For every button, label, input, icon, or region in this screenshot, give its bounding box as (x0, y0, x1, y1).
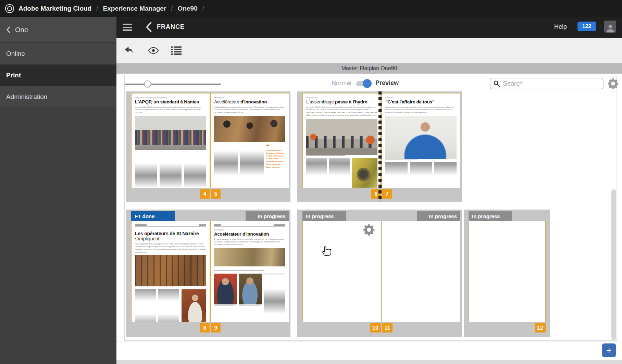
page-header-rule (135, 224, 206, 227)
sidebar-item-online[interactable]: Online (0, 43, 116, 65)
headline-bold: passe à l'hydro (335, 99, 368, 104)
status-badge-ft-done: FT done (131, 211, 175, 221)
body-photo-column (239, 274, 262, 314)
page-lede: Le projet PAINT, Paint shop in Assembly … (306, 106, 377, 117)
chevron-left-icon (6, 26, 10, 33)
preview-eye-button[interactable] (147, 44, 160, 57)
page-11[interactable] (382, 221, 460, 322)
page-headline: Les opérateurs de St Nazaires'impliquent (135, 231, 206, 241)
undo-button[interactable] (122, 44, 135, 57)
spread-card-4-5[interactable]: Advanced Product Quality Planning L'APQP… (126, 91, 290, 202)
sidebar-item-administration[interactable]: Administration (0, 86, 116, 108)
global-nav-bar: Adobe Marketing Cloud / Experience Manag… (0, 0, 622, 17)
headline-light: s'impliquent (135, 236, 159, 241)
body-text-column (214, 144, 238, 188)
status-badge-in-progress: In progress (469, 211, 512, 221)
toggle-label-normal[interactable]: Normal (332, 80, 351, 87)
page-9[interactable]: Protospace Accélérateur d'innovation À S… (210, 221, 289, 322)
page-lede: À Saint-Nazaire, le laboratoire d'innova… (214, 106, 285, 114)
page-number-badge: 8 (200, 323, 210, 332)
page-5[interactable]: Protospace Accélérateur d'innovation À S… (210, 93, 289, 188)
settings-gear-icon[interactable] (607, 77, 619, 90)
photo-caption (214, 305, 235, 306)
sidebar: Online Print Administration (0, 43, 116, 364)
photo-caption (214, 270, 264, 271)
page-4[interactable]: Advanced Product Quality Planning L'APQP… (131, 93, 210, 188)
page-headline: L'APQP, un standard à Nantes (135, 100, 206, 105)
headline-bold: Les opérateurs de St Nazaire (135, 231, 199, 236)
sidebar-item-label: Print (6, 72, 21, 79)
back-arrow-icon[interactable] (145, 22, 152, 32)
undo-icon (124, 45, 134, 55)
photo-three-people (214, 116, 285, 142)
page-kicker: Sécurité (385, 97, 457, 99)
sidebar-header[interactable]: One (0, 17, 116, 43)
page-number-badge: 4 (200, 189, 210, 199)
spread-card-8-9[interactable]: FT done In progress Les opérateurs de St… (126, 210, 290, 337)
photo-scaffolding (135, 255, 206, 286)
body-text-column (158, 289, 179, 322)
help-link[interactable]: Help (554, 23, 567, 30)
toggle-label-preview[interactable]: Preview (375, 79, 399, 87)
page-headline: Accélérateur d'innovation (214, 232, 285, 237)
page-headline: L'assemblage passe à l'hydro (306, 100, 377, 105)
page-settings-gear-icon[interactable] (362, 223, 375, 238)
photo-caption (214, 268, 275, 269)
page-number-badge: 9 (211, 323, 221, 332)
body-text-column (410, 162, 432, 188)
sidebar-back-label: One (15, 26, 28, 34)
page-kicker: Protospace (214, 97, 285, 99)
list-icon (171, 46, 182, 55)
photo-portrait-blue-shirt (385, 116, 457, 159)
search-input[interactable] (502, 80, 600, 88)
body-text-column (385, 162, 408, 188)
menu-hamburger-icon[interactable] (123, 24, 132, 31)
user-avatar[interactable] (604, 21, 616, 33)
zoom-slider-knob[interactable] (144, 80, 151, 87)
status-badge-in-progress: In progress (302, 211, 346, 221)
body-photo-column (214, 274, 237, 314)
page-headline: "C'est l'affaire de tous" (385, 100, 457, 105)
page-12[interactable] (469, 221, 546, 322)
quote-mark-icon: ❝ (266, 144, 285, 149)
spread-card-6-7[interactable]: Projet PAINT L'assemblage passe à l'hydr… (297, 91, 462, 202)
notification-count-badge[interactable]: 122 (577, 22, 596, 31)
page-8[interactable]: Les opérateurs de St Nazaires'impliquent… (131, 221, 210, 322)
toolbar (116, 38, 622, 63)
spread-card-10-11[interactable]: In progress In progress 10 11 (297, 210, 462, 337)
page-kicker: Projet PAINT (306, 97, 377, 99)
footer-divider (116, 341, 622, 341)
vertical-scrollbar-thumb[interactable] (611, 189, 616, 340)
photo-group-factory (135, 116, 206, 150)
search-box (490, 78, 604, 89)
photo-caption (239, 305, 260, 306)
spread-card-12[interactable]: In progress 12 (464, 210, 550, 337)
bottom-edge (116, 360, 622, 364)
page-number-badge: 5 (211, 189, 221, 199)
toggle-knob[interactable] (363, 79, 372, 88)
list-view-button[interactable] (170, 44, 183, 57)
body-text-column (135, 289, 156, 322)
section-break-divider[interactable] (378, 91, 382, 202)
person-icon (605, 23, 615, 33)
eye-icon (148, 47, 159, 54)
page-lede: À Saint-Nazaire, le laboratoire d'innova… (214, 238, 285, 246)
body-text-column (184, 154, 206, 188)
flatplan-app: Adobe Marketing Cloud / Experience Manag… (0, 0, 622, 364)
body-photo-column (352, 158, 377, 188)
add-spread-button[interactable]: + (602, 343, 616, 357)
page-header-rule (214, 224, 285, 227)
flatplan-title-bar: Master Flatplan One90 (116, 63, 622, 74)
sidebar-item-label: Administration (6, 93, 47, 101)
breadcrumb-one90[interactable]: One90 (178, 5, 198, 12)
page-7[interactable]: Sécurité "C'est l'affaire de tous" À l'o… (382, 93, 460, 188)
page-10[interactable] (302, 221, 381, 322)
photo-caption (385, 160, 418, 161)
breadcrumb-experience-manager[interactable]: Experience Manager (103, 5, 166, 12)
page-lede: À l'occasion de l'exercice incendie mené… (385, 106, 457, 114)
photo-caption (306, 155, 345, 156)
zoom-slider-track[interactable] (125, 84, 221, 85)
page-6[interactable]: Projet PAINT L'assemblage passe à l'hydr… (302, 93, 381, 188)
sidebar-item-print[interactable]: Print (0, 65, 116, 86)
search-icon (493, 80, 500, 87)
